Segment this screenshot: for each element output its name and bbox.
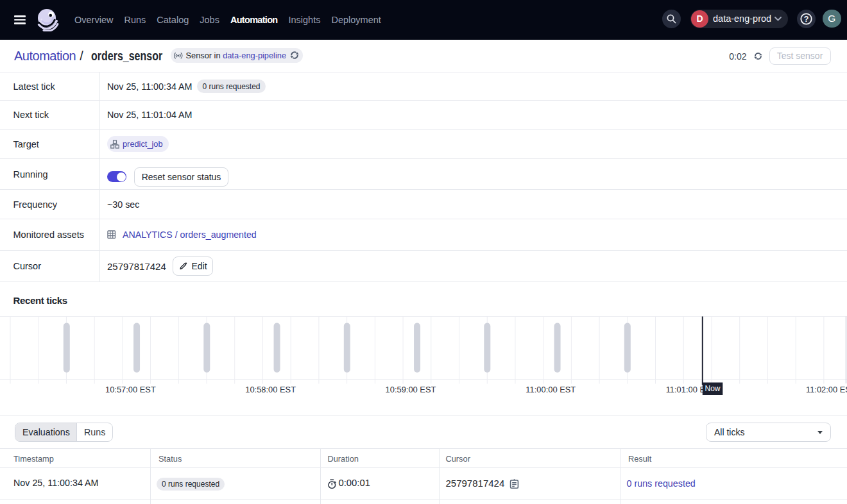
- svg-text:10:58:00 EST: 10:58:00 EST: [245, 385, 296, 394]
- svg-text:Now: Now: [705, 384, 720, 393]
- svg-text:11:00:00 EST: 11:00:00 EST: [526, 385, 576, 394]
- svg-text:10:57:00 EST: 10:57:00 EST: [105, 385, 156, 394]
- svg-text:11:02:00 EST: 11:02:00 EST: [806, 385, 847, 394]
- svg-text:?: ?: [803, 15, 809, 24]
- svg-text:10:59:00 EST: 10:59:00 EST: [386, 385, 436, 394]
